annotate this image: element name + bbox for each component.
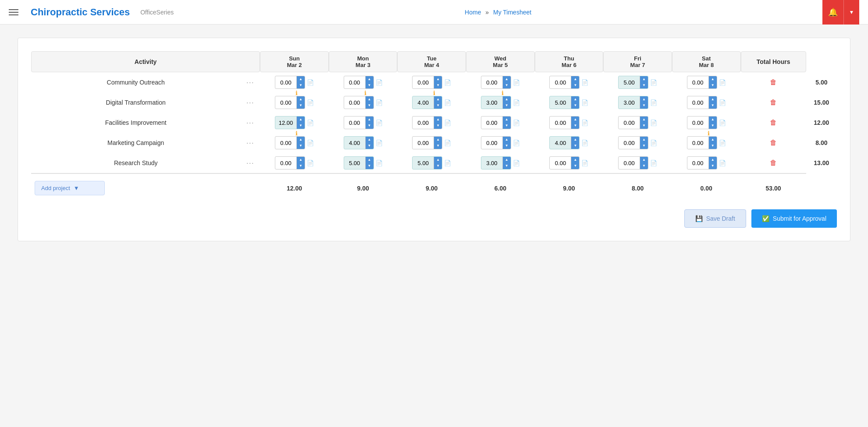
spin-down-3-5[interactable]: ▼ [640,143,648,149]
spin-down-0-0[interactable]: ▼ [297,82,305,88]
note-icon-1-6[interactable]: 📄 [719,99,726,106]
time-input-2-2[interactable] [413,116,434,129]
time-input-4-4[interactable] [550,157,571,169]
delete-button-3[interactable]: 🗑 [768,137,779,148]
row-menu-3[interactable]: ··· [240,133,260,153]
spin-down-2-1[interactable]: ▼ [366,123,374,129]
time-input-0-0[interactable] [275,76,296,88]
menu-icon[interactable] [9,9,18,15]
spin-down-1-2[interactable]: ▼ [434,102,442,109]
spin-up-4-3[interactable]: ▲ [503,157,511,163]
note-icon-1-4[interactable]: 📄 [581,99,588,106]
time-input-2-5[interactable] [619,116,640,129]
save-draft-button[interactable]: 💾 Save Draft [684,209,746,228]
note-icon-1-3[interactable]: 📄 [513,99,520,106]
spin-down-3-1[interactable]: ▼ [366,143,374,149]
delete-button-4[interactable]: 🗑 [768,157,779,169]
spin-up-0-5[interactable]: ▲ [640,76,648,82]
spin-up-1-3[interactable]: ▲ [503,96,511,102]
spin-down-4-3[interactable]: ▼ [503,163,511,169]
spin-up-2-5[interactable]: ▲ [640,116,648,123]
spin-up-3-3[interactable]: ▲ [503,137,511,143]
spin-down-0-5[interactable]: ▼ [640,82,648,88]
spin-down-1-6[interactable]: ▼ [709,102,717,109]
spin-down-3-2[interactable]: ▼ [434,143,442,149]
note-icon-2-5[interactable]: 📄 [650,120,657,126]
note-icon-0-0[interactable]: 📄 [307,79,314,86]
spin-up-1-6[interactable]: ▲ [709,96,717,102]
note-icon-1-2[interactable]: 📄 [444,99,451,106]
notification-button[interactable]: 🔔 [822,0,843,25]
spin-down-4-1[interactable]: ▼ [366,163,374,169]
time-input-4-5[interactable] [619,157,640,169]
spin-down-3-4[interactable]: ▼ [571,143,579,149]
user-dropdown-button[interactable]: ▼ [843,0,859,25]
spin-down-0-3[interactable]: ▼ [503,82,511,88]
time-input-0-1[interactable] [344,76,365,88]
delete-button-2[interactable]: 🗑 [768,117,779,128]
spin-up-4-5[interactable]: ▲ [640,157,648,163]
spin-up-4-0[interactable]: ▲ [297,157,305,163]
time-input-3-5[interactable] [619,137,640,149]
spin-up-0-3[interactable]: ▲ [503,76,511,82]
time-input-2-4[interactable] [550,116,571,129]
spin-up-2-1[interactable]: ▲ [366,116,374,123]
note-icon-0-2[interactable]: 📄 [444,79,451,86]
spin-down-4-4[interactable]: ▼ [571,163,579,169]
spin-up-2-6[interactable]: ▲ [709,116,717,123]
spin-up-0-6[interactable]: ▲ [709,76,717,82]
spin-down-1-5[interactable]: ▼ [640,102,648,109]
spin-up-3-4[interactable]: ▲ [571,137,579,143]
note-icon-4-0[interactable]: 📄 [307,160,314,166]
spin-up-4-6[interactable]: ▲ [709,157,717,163]
row-menu-2[interactable]: ··· [240,113,260,133]
note-icon-0-4[interactable]: 📄 [581,79,588,86]
spin-up-1-2[interactable]: ▲ [434,96,442,102]
time-input-2-6[interactable] [687,116,708,129]
row-menu-4[interactable]: ··· [240,153,260,173]
row-menu-0[interactable]: ··· [240,72,260,92]
spin-down-2-3[interactable]: ▼ [503,123,511,129]
spin-down-2-4[interactable]: ▼ [571,123,579,129]
delete-row-0[interactable]: 🗑 [741,72,806,92]
time-input-1-0[interactable] [275,96,296,109]
spin-up-1-1[interactable]: ▲ [366,96,374,102]
delete-button-1[interactable]: 🗑 [768,97,779,108]
note-icon-2-2[interactable]: 📄 [444,120,451,126]
note-icon-4-1[interactable]: 📄 [376,160,383,166]
note-icon-1-1[interactable]: 📄 [376,99,383,106]
note-icon-2-3[interactable]: 📄 [513,120,520,126]
time-input-4-3[interactable] [481,157,502,169]
note-icon-3-2[interactable]: 📄 [444,140,451,146]
note-icon-0-1[interactable]: 📄 [376,79,383,86]
spin-down-3-3[interactable]: ▼ [503,143,511,149]
note-icon-3-1[interactable]: 📄 [376,140,383,146]
submit-approval-button[interactable]: ✅ Submit for Approval [751,209,837,228]
time-input-3-2[interactable] [413,137,434,149]
spin-up-3-6[interactable]: ▲ [709,137,717,143]
spin-up-3-5[interactable]: ▲ [640,137,648,143]
time-input-3-4[interactable] [550,137,571,149]
note-icon-2-0[interactable]: 📄 [307,120,314,126]
spin-down-0-6[interactable]: ▼ [709,82,717,88]
spin-down-2-5[interactable]: ▼ [640,123,648,129]
spin-up-2-4[interactable]: ▲ [571,116,579,123]
spin-up-1-5[interactable]: ▲ [640,96,648,102]
time-input-2-3[interactable] [481,116,502,129]
note-icon-2-6[interactable]: 📄 [719,120,726,126]
note-icon-4-6[interactable]: 📄 [719,160,726,166]
spin-down-1-3[interactable]: ▼ [503,102,511,109]
note-icon-4-5[interactable]: 📄 [650,160,657,166]
time-input-1-4[interactable] [550,96,571,109]
time-input-3-6[interactable] [687,137,708,149]
spin-up-0-4[interactable]: ▲ [571,76,579,82]
spin-down-2-2[interactable]: ▼ [434,123,442,129]
note-icon-1-0[interactable]: 📄 [307,99,314,106]
spin-up-1-4[interactable]: ▲ [571,96,579,102]
spin-up-0-2[interactable]: ▲ [434,76,442,82]
spin-down-4-2[interactable]: ▼ [434,163,442,169]
spin-down-0-2[interactable]: ▼ [434,82,442,88]
spin-down-1-4[interactable]: ▼ [571,102,579,109]
spin-up-0-1[interactable]: ▲ [366,76,374,82]
spin-down-0-4[interactable]: ▼ [571,82,579,88]
